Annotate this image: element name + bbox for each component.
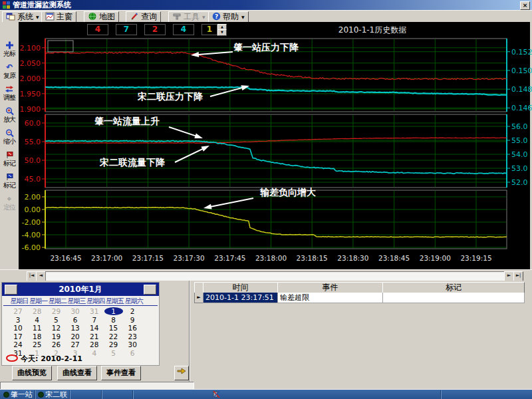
- calendar-day-19[interactable]: 19: [47, 332, 65, 340]
- annotation-arrow-head: [201, 146, 209, 152]
- calendar-day-9[interactable]: 9: [123, 316, 142, 324]
- calendar-day-27[interactable]: 27: [66, 340, 84, 348]
- calendar-day-3[interactable]: 3: [9, 316, 27, 324]
- calendar-day-18[interactable]: 18: [28, 332, 47, 340]
- calendar-day-25[interactable]: 25: [28, 340, 47, 348]
- chart-2-left-tick-label: -4.00: [22, 231, 41, 239]
- calendar-day-6[interactable]: 6: [123, 349, 142, 357]
- chart-0-right-tick-label: 0.150: [511, 66, 532, 75]
- chart-1-left-tick-label: 60.0: [25, 119, 41, 128]
- column-header-时间[interactable]: 时间: [203, 282, 278, 293]
- column-header-标记[interactable]: 标记: [382, 282, 525, 293]
- statusbar-separator: [35, 390, 36, 399]
- calendar-day-28[interactable]: 28: [85, 340, 104, 348]
- scroll-end-icon[interactable]: ►|: [513, 271, 523, 281]
- button-曲线预览[interactable]: 曲线预览: [12, 366, 52, 380]
- calendar-day-7[interactable]: 7: [85, 316, 104, 324]
- time-axis-label: 23:17:30: [174, 254, 205, 262]
- scroll-left-icon[interactable]: ◄: [36, 271, 46, 281]
- chart-0-legend-box: [48, 41, 73, 52]
- calendar-day-30[interactable]: 30: [123, 340, 142, 348]
- calendar-day-24[interactable]: 24: [9, 340, 27, 348]
- calendar-day-14[interactable]: 14: [85, 324, 104, 332]
- station-status-肇一站: 肇一站: [1, 390, 33, 399]
- charts: 2.1002.0502.0001.9501.9000.1520.1500.148…: [0, 0, 532, 269]
- time-axis-label: 23:17:15: [132, 254, 164, 262]
- annotation-label: 肇一站压力下降: [233, 42, 299, 53]
- chart-0-left-tick-label: 1.900: [20, 105, 41, 114]
- calendar-day-5[interactable]: 5: [47, 316, 65, 324]
- chart-2-frame: [45, 190, 507, 249]
- status-bar: 肇一站宋二联: [0, 389, 532, 399]
- calendar-day-30[interactable]: 30: [66, 307, 84, 315]
- scroll-start-icon[interactable]: |◄: [27, 271, 37, 281]
- bottom-panel: 2010年1月 星期日星期一星期二星期三星期四星期五星期六 2728293031…: [0, 281, 532, 382]
- annotation-arrow-head: [191, 52, 199, 57]
- calendar-day-20[interactable]: 20: [66, 332, 84, 340]
- calendar-day-29[interactable]: 29: [104, 340, 123, 348]
- event-cell[interactable]: [382, 293, 525, 303]
- chart-0-series-肇一站压力: [45, 52, 507, 80]
- annotation-arrow-head: [194, 133, 203, 138]
- calendar-day-4[interactable]: 4: [28, 316, 47, 324]
- chart-0-right-tick-label: 0.152: [511, 48, 532, 57]
- annotation-label: 宋二联压力下降: [137, 91, 203, 102]
- calendar-day-4[interactable]: 4: [85, 349, 104, 357]
- annotation-arrow-line: [169, 127, 197, 136]
- annotation-arrow-head: [203, 204, 212, 209]
- time-axis-label: 23:18:00: [255, 254, 287, 262]
- hand-pointer-button[interactable]: [174, 366, 189, 380]
- calendar-day-13[interactable]: 13: [66, 324, 84, 332]
- calendar-day-26[interactable]: 26: [47, 340, 65, 348]
- calendar-day-27[interactable]: 27: [9, 307, 27, 315]
- chart-1-right-tick-label: 52.0: [511, 178, 528, 187]
- weekday-label: 星期二: [47, 297, 68, 306]
- calendar-day-6[interactable]: 6: [66, 316, 84, 324]
- calendar-day-29[interactable]: 29: [47, 307, 65, 315]
- time-axis-label: 23:19:00: [420, 254, 451, 262]
- weekday-label: 星期日: [9, 297, 30, 306]
- statusbar-separator: [69, 390, 70, 399]
- chart-1-left-tick-label: 55.0: [25, 138, 41, 146]
- statusbar-separator: [101, 390, 102, 399]
- calendar-day-23[interactable]: 23: [123, 332, 142, 340]
- button-曲线查看[interactable]: 曲线查看: [57, 366, 97, 380]
- calendar-today[interactable]: 今天: 2010-2-11: [6, 354, 82, 364]
- calendar-day-15[interactable]: 15: [104, 324, 123, 332]
- station-dot-icon: [38, 392, 44, 398]
- calendar-prev-icon[interactable]: [5, 285, 17, 295]
- calendar-day-22[interactable]: 22: [104, 332, 123, 340]
- chart-2-left-tick-label: 2.00: [25, 193, 41, 201]
- annotation-label: 输差负向增大: [259, 187, 316, 198]
- scroll-right-icon[interactable]: ►: [504, 271, 514, 281]
- event-cell[interactable]: 输差超限: [277, 293, 385, 303]
- calendar: 2010年1月 星期日星期一星期二星期三星期四星期五星期六 2728293031…: [1, 282, 160, 366]
- chart-0-left-tick-label: 2.000: [20, 74, 41, 83]
- time-axis-label: 23:17:00: [91, 254, 122, 262]
- calendar-day-17[interactable]: 17: [9, 332, 27, 340]
- chart-1-right-tick-label: 54.0: [511, 150, 528, 159]
- calendar-day-28[interactable]: 28: [28, 307, 47, 315]
- calendar-next-icon[interactable]: [144, 285, 156, 295]
- chart-0-left-tick-label: 1.950: [20, 90, 41, 98]
- calendar-day-1[interactable]: 1: [104, 307, 123, 315]
- event-cell[interactable]: 2010-1-1 23:17:51: [203, 293, 278, 303]
- calendar-day-2[interactable]: 2: [123, 307, 142, 315]
- annotation-label: 宋二联流量下降: [99, 157, 166, 168]
- time-axis-label: 23:19:15: [460, 254, 491, 262]
- weekday-label: 星期四: [85, 297, 106, 306]
- button-事件查看[interactable]: 事件查看: [101, 366, 141, 380]
- calendar-day-31[interactable]: 31: [85, 307, 104, 315]
- chart-1-right-tick-label: 53.0: [511, 164, 528, 173]
- today-label: 今天: 2010-2-11: [21, 354, 82, 363]
- calendar-day-12[interactable]: 12: [47, 324, 65, 332]
- column-header-事件[interactable]: 事件: [277, 282, 383, 293]
- chart-scrollbar-track[interactable]: [45, 271, 505, 281]
- calendar-day-5[interactable]: 5: [104, 349, 123, 357]
- calendar-day-11[interactable]: 11: [28, 324, 47, 332]
- calendar-day-10[interactable]: 10: [9, 324, 27, 332]
- calendar-day-8[interactable]: 8: [104, 316, 123, 324]
- calendar-weekday-row: 星期日星期一星期二星期三星期四星期五星期六: [3, 297, 158, 306]
- calendar-day-16[interactable]: 16: [123, 324, 142, 332]
- calendar-day-21[interactable]: 21: [85, 332, 104, 340]
